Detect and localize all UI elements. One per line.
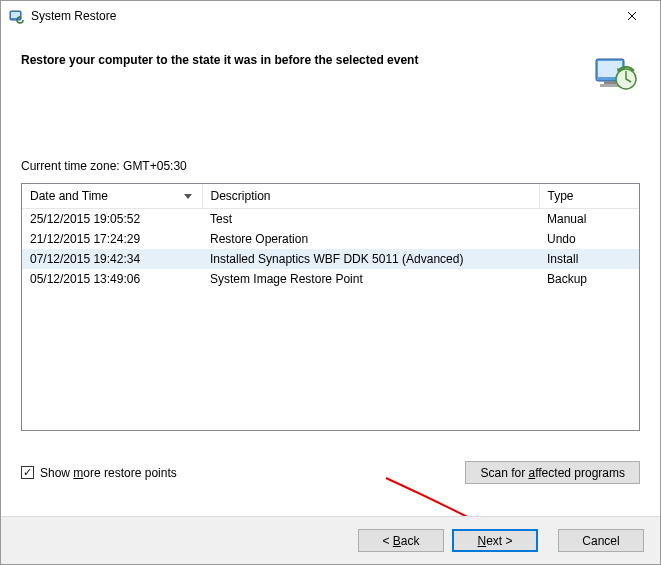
table-row-empty — [22, 329, 639, 349]
table-cell: Install — [539, 249, 639, 269]
table-cell: 07/12/2015 19:42:34 — [22, 249, 202, 269]
show-more-checkbox[interactable]: ✓ Show more restore points — [21, 466, 177, 480]
back-button[interactable]: < Back — [358, 529, 444, 552]
column-header-date[interactable]: Date and Time — [22, 184, 202, 208]
table-row[interactable]: 07/12/2015 19:42:34Installed Synaptics W… — [22, 249, 639, 269]
sort-descending-icon — [184, 189, 192, 203]
svg-rect-4 — [604, 81, 616, 84]
table-row[interactable]: 25/12/2015 19:05:52TestManual — [22, 208, 639, 229]
table-row-empty — [22, 349, 639, 369]
checkbox-icon: ✓ — [21, 466, 34, 479]
wizard-header: Restore your computer to the state it wa… — [1, 31, 660, 97]
table-cell: 21/12/2015 17:24:29 — [22, 229, 202, 249]
table-cell: Manual — [539, 208, 639, 229]
window-title: System Restore — [31, 9, 612, 23]
scan-affected-button[interactable]: Scan for affected programs — [465, 461, 640, 484]
table-row-empty — [22, 369, 639, 389]
next-button[interactable]: Next > — [452, 529, 538, 552]
table-row-empty — [22, 309, 639, 329]
wizard-heading: Restore your computer to the state it wa… — [21, 49, 592, 67]
table-cell: 05/12/2015 13:49:06 — [22, 269, 202, 289]
table-row-empty — [22, 289, 639, 309]
column-header-type[interactable]: Type — [539, 184, 639, 208]
show-more-label: Show more restore points — [40, 466, 177, 480]
table-cell: Restore Operation — [202, 229, 539, 249]
wizard-footer: < Back Next > Cancel — [1, 516, 660, 564]
table-cell: Installed Synaptics WBF DDK 5011 (Advanc… — [202, 249, 539, 269]
table-row[interactable]: 21/12/2015 17:24:29Restore OperationUndo — [22, 229, 639, 249]
table-row-empty — [22, 409, 639, 429]
timezone-label: Current time zone: GMT+05:30 — [21, 159, 640, 173]
table-cell: Undo — [539, 229, 639, 249]
titlebar: System Restore — [1, 1, 660, 31]
restore-points-table[interactable]: Date and Time Description Type 25/12/201… — [21, 183, 640, 431]
system-restore-icon — [9, 8, 25, 24]
table-row-empty — [22, 389, 639, 409]
table-cell: 25/12/2015 19:05:52 — [22, 208, 202, 229]
table-cell: System Image Restore Point — [202, 269, 539, 289]
restore-hero-icon — [592, 49, 640, 97]
cancel-button[interactable]: Cancel — [558, 529, 644, 552]
table-cell: Test — [202, 208, 539, 229]
table-cell: Backup — [539, 269, 639, 289]
column-header-description[interactable]: Description — [202, 184, 539, 208]
table-row[interactable]: 05/12/2015 13:49:06System Image Restore … — [22, 269, 639, 289]
close-button[interactable] — [612, 4, 652, 28]
